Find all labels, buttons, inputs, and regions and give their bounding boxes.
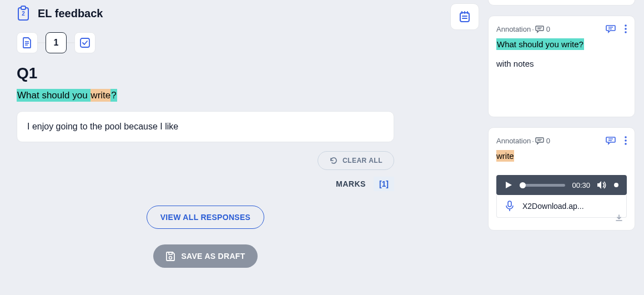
step-number-label: 1 [54,38,59,48]
annotation-type-label: Annotation [496,137,531,145]
action-column: VIEW ALL RESPONSES SAVE AS DRAFT [17,206,394,268]
question-highlight-teal-pre: What should you [17,89,90,102]
annotation-comment-count: 0 [535,136,550,145]
step-doc[interactable] [17,32,38,53]
annotation-count-value: 0 [546,25,550,33]
question-text: What should you write? [17,90,117,101]
annotation-highlight: write [496,150,514,162]
annotation-type-label: Annotation [496,25,531,33]
marks-row: MARKS [1] [17,177,394,191]
view-all-responses-button[interactable]: VIEW ALL RESPONSES [147,206,265,229]
annotation-menu-button[interactable] [625,136,627,146]
clear-row: CLEAR ALL [17,151,394,170]
annotation-comment-button[interactable] [606,24,616,34]
steps-row: 1 [17,32,462,53]
page-title: EL feedback [38,7,103,20]
audio-player: 00:30 [496,175,627,195]
clear-all-label: CLEAR ALL [343,157,383,164]
audio-filename: X2Download.ap... [522,202,584,211]
annotation-card: Annotation · 0 [488,127,635,231]
annotation-menu-button[interactable] [625,24,627,34]
document-icon [22,37,32,48]
annotation-header-right [606,136,627,146]
audio-time: 00:30 [572,181,590,189]
header-row: 2 EL feedback [17,6,462,21]
svg-rect-1 [21,6,26,9]
svg-rect-30 [508,201,511,207]
step-connector [38,42,46,43]
side-panel: Annotation · 0 [479,0,644,295]
check-box-icon [79,37,90,48]
annotation-header-left: Annotation · 0 [496,136,550,145]
play-button[interactable] [504,181,513,189]
question-highlight-orange: write [90,89,110,102]
undo-icon [329,156,338,165]
volume-button[interactable] [597,181,607,189]
annotation-dot: · [532,25,534,33]
annotation-highlight: What should you write? [496,38,584,50]
annotation-header-right [606,24,627,34]
step-number[interactable]: 1 [46,32,67,53]
svg-point-14 [169,257,172,259]
save-icon [165,251,175,261]
audio-seek-track[interactable] [520,184,565,187]
svg-point-26 [625,136,627,138]
svg-rect-3 [460,13,469,22]
question-highlight-teal-post: ? [110,89,117,102]
notes-button[interactable] [450,3,479,30]
svg-point-19 [625,24,627,27]
annotation-header-left: Annotation · 0 [496,24,550,33]
annotation-header: Annotation · 0 [496,136,627,146]
download-icon[interactable] [615,214,623,222]
audio-status-dot [613,182,619,188]
svg-rect-13 [169,252,172,254]
microphone-icon [505,201,515,212]
marks-label: MARKS [336,179,366,188]
main-panel: 2 EL feedback [0,0,479,295]
marks-value[interactable]: [1] [374,177,394,191]
answer-box[interactable]: I enjoy going to the pool because I like [17,111,394,142]
step-connector [67,42,74,43]
annotation-comment-button[interactable] [606,136,616,146]
annotation-count-value: 0 [546,137,550,145]
notepad-icon [458,10,471,23]
annotation-card: Annotation · 0 [488,16,635,117]
comment-icon [535,136,544,145]
save-as-draft-button[interactable]: SAVE AS DRAFT [153,244,257,268]
svg-point-27 [625,139,627,142]
svg-rect-12 [80,38,89,47]
comment-icon [535,24,544,33]
audio-file-row: X2Download.ap... [496,195,627,218]
svg-point-20 [625,28,627,30]
svg-point-29 [614,183,618,187]
annotation-dot: · [532,137,534,145]
save-as-draft-label: SAVE AS DRAFT [181,252,245,261]
side-card-stub [488,0,635,6]
audio-seek-thumb[interactable] [520,182,526,188]
svg-point-28 [625,143,627,145]
svg-point-21 [625,31,627,33]
annotation-comment-count: 0 [535,24,550,33]
step-check[interactable] [74,32,95,53]
clipboard-icon: 2 [17,6,30,21]
svg-text:2: 2 [22,11,25,17]
answer-text: I enjoy going to the pool because I like [27,122,178,131]
annotation-header: Annotation · 0 [496,24,627,34]
annotation-body: with notes [496,59,627,109]
question-label: Q1 [17,64,462,82]
clear-all-button[interactable]: CLEAR ALL [318,151,394,170]
